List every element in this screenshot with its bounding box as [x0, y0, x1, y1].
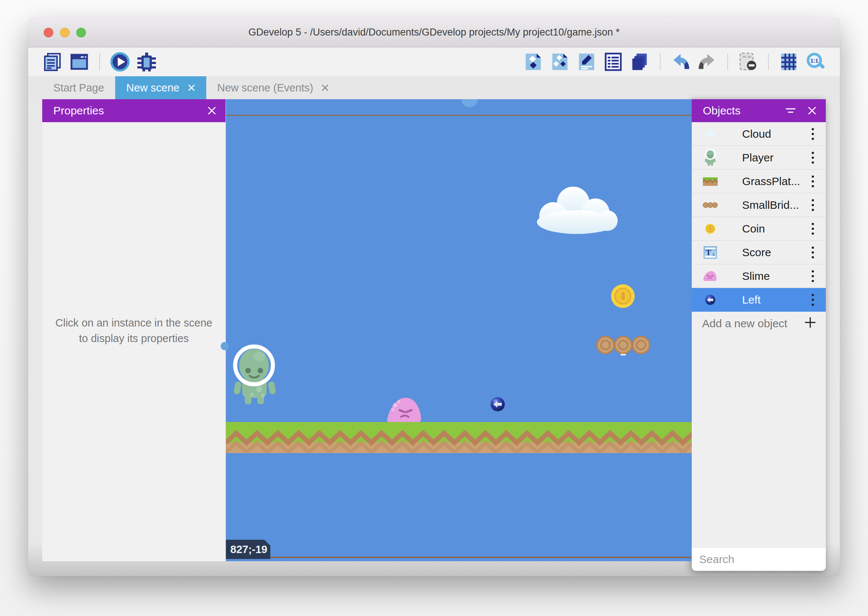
object-menu-icon[interactable] [810, 223, 816, 235]
selection-handle-dot[interactable] [221, 342, 229, 350]
properties-empty-message: Click on an instance in the scene to dis… [55, 315, 213, 346]
small-bridge-sprite[interactable] [596, 335, 650, 356]
left-button-sprite[interactable] [490, 397, 505, 412]
preview-play-icon[interactable] [110, 52, 131, 72]
slime-sprite[interactable] [387, 394, 423, 423]
object-groups-icon[interactable] [550, 52, 570, 72]
main-area: Properties Click on an instance in the s… [28, 99, 840, 576]
grass-platform-sprite[interactable] [226, 422, 692, 453]
scene-top-border [226, 115, 692, 116]
objects-panel-title: Objects [703, 104, 741, 117]
object-row-grassplatform[interactable]: GrassPlat... [692, 170, 826, 193]
redo-icon[interactable] [697, 52, 718, 72]
cloud-icon [702, 124, 719, 145]
close-properties-button[interactable] [208, 107, 216, 115]
scene-resize-handle[interactable] [461, 99, 478, 107]
toolbar-separator [660, 53, 660, 70]
tab-new-scene-events[interactable]: New scene (Events) [206, 76, 340, 99]
text-object-icon: T x [702, 242, 719, 263]
object-row-smallbridge[interactable]: SmallBrid... [692, 193, 826, 217]
object-row-slime[interactable]: Slime [692, 264, 826, 288]
properties-panel-icon[interactable] [576, 52, 597, 72]
svg-text:T: T [706, 248, 711, 257]
svg-text:x: x [712, 252, 715, 257]
properties-panel: Properties Click on an instance in the s… [42, 99, 226, 561]
close-objects-button[interactable] [808, 107, 816, 115]
app-window: GDevelop 5 - /Users/david/Documents/GDev… [28, 18, 840, 576]
object-row-cloud[interactable]: Cloud [692, 122, 826, 146]
layers-editor-icon[interactable] [629, 52, 650, 72]
filter-icon[interactable] [786, 108, 796, 114]
toolbar-separator [768, 53, 769, 70]
object-menu-icon[interactable] [810, 151, 816, 164]
instances-list-icon[interactable] [603, 52, 624, 72]
object-search-input[interactable] [699, 553, 840, 566]
tab-new-scene[interactable]: New scene [115, 76, 206, 99]
properties-panel-body: Click on an instance in the scene to dis… [42, 122, 225, 561]
window-title: GDevelop 5 - /Users/david/Documents/GDev… [28, 27, 840, 38]
objects-panel-empty-space [692, 335, 826, 547]
undo-icon[interactable] [670, 52, 691, 72]
scene-canvas[interactable]: 827;-19 [226, 99, 692, 561]
slime-icon [702, 266, 719, 286]
small-bridge-icon [702, 195, 719, 215]
title-bar: GDevelop 5 - /Users/david/Documents/GDev… [28, 18, 840, 47]
scene-bottom-border [226, 557, 692, 558]
objects-panel-wrap: Objects [692, 99, 840, 576]
cloud-sprite[interactable] [530, 182, 624, 235]
object-row-coin[interactable]: Coin [692, 217, 826, 240]
left-arrow-icon [702, 289, 719, 310]
properties-panel-title: Properties [53, 104, 104, 117]
object-search-bar [692, 547, 826, 571]
player-icon [702, 147, 719, 168]
properties-panel-header: Properties [42, 99, 225, 122]
toolbar: 1:1 [28, 47, 840, 76]
cursor-coordinates: 827;-19 [226, 540, 270, 559]
object-menu-icon[interactable] [810, 175, 816, 188]
objects-panel-header: Objects [692, 99, 826, 122]
debug-icon[interactable] [136, 52, 157, 72]
mask-icon[interactable] [737, 52, 758, 72]
tab-bar: Start Page New scene New scene (Events) [28, 76, 840, 99]
svg-text:1:1: 1:1 [810, 57, 818, 64]
grid-icon[interactable] [778, 52, 799, 72]
close-tab-icon[interactable] [188, 84, 195, 91]
object-menu-icon[interactable] [810, 294, 816, 306]
zoom-1-1-icon[interactable]: 1:1 [805, 52, 826, 72]
project-manager-icon[interactable] [42, 52, 63, 72]
close-tab-icon[interactable] [321, 84, 329, 91]
toolbar-separator [99, 53, 100, 70]
toolbar-separator [727, 53, 728, 70]
coin-icon [702, 218, 719, 239]
object-row-score[interactable]: T x Score [692, 240, 826, 264]
tab-start-page[interactable]: Start Page [42, 76, 115, 99]
add-new-object-button[interactable]: Add a new object [692, 312, 826, 335]
objects-editor-icon[interactable] [523, 52, 544, 72]
object-menu-icon[interactable] [810, 246, 816, 259]
scene-editor-icon[interactable] [69, 52, 90, 72]
objects-panel: Objects [692, 99, 826, 571]
object-menu-icon[interactable] [810, 128, 816, 140]
object-row-player[interactable]: Player [692, 146, 826, 170]
left-gutter [28, 99, 42, 576]
object-menu-icon[interactable] [810, 199, 816, 211]
player-sprite[interactable] [233, 343, 277, 404]
coin-sprite[interactable] [610, 284, 635, 309]
plus-icon [804, 316, 816, 331]
grass-platform-icon [702, 171, 719, 192]
object-row-left[interactable]: Left [692, 288, 826, 312]
object-menu-icon[interactable] [810, 270, 816, 283]
